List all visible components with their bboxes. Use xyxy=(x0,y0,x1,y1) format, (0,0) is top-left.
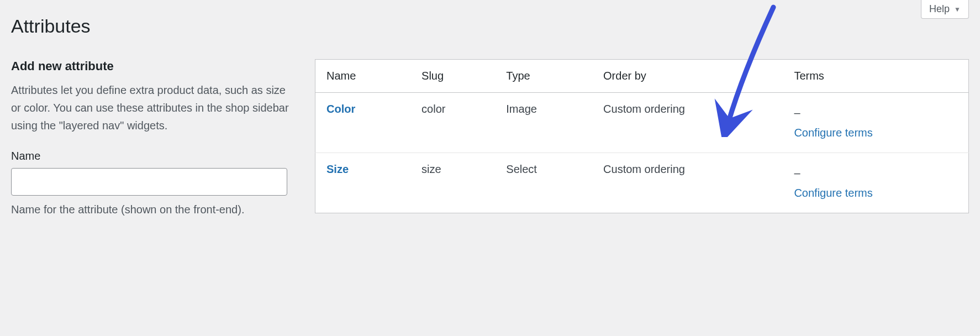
terms-placeholder: – xyxy=(794,167,800,179)
attribute-orderby: Custom ordering xyxy=(592,93,783,153)
form-heading: Add new attribute xyxy=(11,59,293,74)
col-header-type: Type xyxy=(495,60,592,93)
name-input[interactable] xyxy=(11,168,287,196)
name-hint: Name for the attribute (shown on the fro… xyxy=(11,201,293,218)
table-row: Color color Image Custom ordering – Conf… xyxy=(315,93,969,153)
attribute-orderby: Custom ordering xyxy=(592,153,783,213)
col-header-slug: Slug xyxy=(410,60,495,93)
attribute-slug: color xyxy=(410,93,495,153)
help-tab[interactable]: Help ▼ xyxy=(921,0,969,19)
col-header-name: Name xyxy=(315,60,411,93)
col-header-orderby: Order by xyxy=(592,60,783,93)
attributes-table: Name Slug Type Order by Terms Color colo… xyxy=(315,59,969,213)
chevron-down-icon: ▼ xyxy=(954,6,961,13)
attribute-slug: size xyxy=(410,153,495,213)
configure-terms-link[interactable]: Configure terms xyxy=(794,187,872,199)
attribute-name-link[interactable]: Size xyxy=(326,163,349,175)
attribute-type: Image xyxy=(495,93,592,153)
terms-placeholder: – xyxy=(794,107,800,119)
add-attribute-form: Add new attribute Attributes let you def… xyxy=(11,59,293,218)
page-title: Attributes xyxy=(11,0,969,37)
configure-terms-link[interactable]: Configure terms xyxy=(794,127,872,139)
attribute-name-link[interactable]: Color xyxy=(326,103,355,115)
attribute-type: Select xyxy=(495,153,592,213)
form-description: Attributes let you define extra product … xyxy=(11,81,293,134)
name-label: Name xyxy=(11,150,293,162)
table-row: Size size Select Custom ordering – Confi… xyxy=(315,153,969,213)
col-header-terms: Terms xyxy=(783,60,968,93)
help-label: Help xyxy=(929,3,950,15)
